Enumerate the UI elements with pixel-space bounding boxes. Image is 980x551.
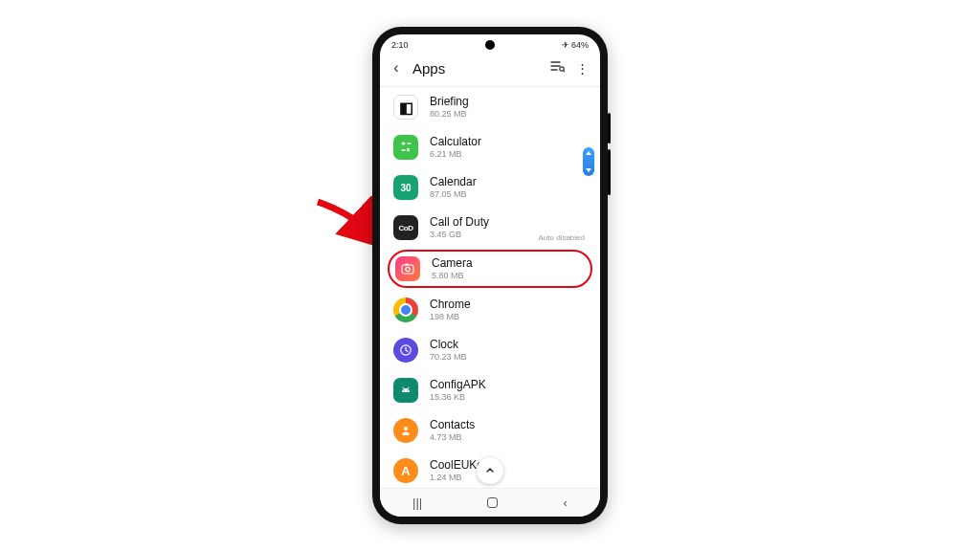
app-row-contacts[interactable]: Contacts 4.73 MB [380,410,600,451]
auto-disabled-badge: Auto disabled [539,233,585,242]
app-size: 5.80 MB [432,271,473,281]
recents-button[interactable]: ||| [412,496,422,510]
back-button[interactable]: ‹ [390,59,403,77]
svg-rect-3 [405,264,409,266]
app-name: Calendar [430,175,477,188]
app-size: 80.25 MB [430,109,469,120]
svg-point-6 [407,389,408,390]
status-battery: 64% [571,40,589,50]
app-name: Camera [432,256,473,270]
airplane-mode-icon: ✈ [562,40,569,50]
filter-search-icon[interactable] [550,60,565,76]
camera-icon [395,256,420,281]
app-row-calendar[interactable]: 30 Calendar 87.05 MB [380,167,600,208]
app-row-chrome[interactable]: Chrome 198 MB [380,290,600,330]
power-button [608,149,611,195]
system-nav-bar: ||| ‹ [380,488,600,517]
app-size: 87.05 MB [430,189,477,200]
volume-button [608,113,611,143]
svg-point-5 [403,389,404,390]
calculator-icon [393,135,418,160]
app-size: 15.36 KB [430,392,486,403]
font-icon: A [393,458,418,483]
app-name: Calculator [430,135,481,148]
contacts-icon [393,418,418,443]
svg-point-2 [406,267,410,271]
page-title: Apps [412,60,541,77]
app-size: 6.21 MB [430,149,481,160]
chrome-icon [393,298,418,322]
app-size: 70.23 MB [430,352,467,363]
app-size: 4.73 MB [430,432,475,443]
phone-frame: 2:10 ✈ 64% ‹ Apps ⋮ ◧ Briefing [372,27,608,524]
app-size: 198 MB [430,312,471,322]
app-row-camera[interactable]: Camera 5.80 MB [388,250,592,288]
status-time: 2:10 [391,40,409,50]
apps-list: ◧ Briefing 80.25 MB Calculator 6.21 MB 3… [380,87,600,491]
android-icon [393,378,418,403]
app-row-clock[interactable]: Clock 70.23 MB [380,330,600,370]
more-options-icon[interactable]: ⋮ [576,61,589,76]
app-row-briefing[interactable]: ◧ Briefing 80.25 MB [380,87,600,127]
briefing-icon: ◧ [393,95,418,120]
calendar-icon: 30 [393,175,418,200]
app-name: Call of Duty [430,215,489,229]
app-row-calculator[interactable]: Calculator 6.21 MB [380,127,600,167]
app-size: 3.45 GB [430,230,489,240]
app-row-call-of-duty[interactable]: CoD Call of Duty 3.45 GB Auto disabled [380,208,600,248]
app-row-configapk[interactable]: ConfigAPK 15.36 KB [380,370,600,410]
home-button[interactable] [487,497,498,508]
app-header: ‹ Apps ⋮ [380,52,600,86]
front-camera-notch [485,40,495,50]
app-name: Briefing [430,95,469,108]
clock-icon [393,338,418,363]
scroll-to-top-button[interactable] [477,457,503,484]
app-name: ConfigAPK [430,378,486,391]
app-name: Contacts [430,418,475,431]
call-of-duty-icon: CoD [393,215,418,240]
app-name: Chrome [430,298,471,311]
back-nav-button[interactable]: ‹ [564,496,568,510]
screen: 2:10 ✈ 64% ‹ Apps ⋮ ◧ Briefing [380,34,600,517]
svg-rect-1 [402,265,413,274]
svg-point-7 [404,427,408,430]
app-name: Clock [430,338,467,351]
